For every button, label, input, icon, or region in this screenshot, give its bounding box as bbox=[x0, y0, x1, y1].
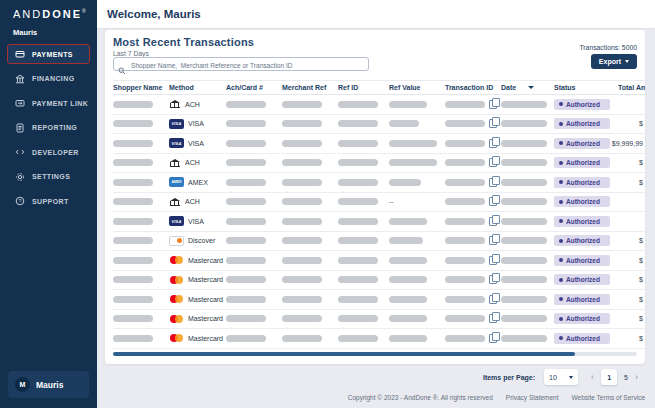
ref-id-redacted bbox=[338, 237, 378, 244]
merchant-ref-redacted bbox=[282, 120, 322, 127]
sidebar-item-support[interactable]: ? SUPPORT bbox=[7, 191, 90, 211]
table-row[interactable]: ACH Authorized $ bbox=[113, 154, 645, 174]
table-row[interactable]: ACH -- Authorized bbox=[113, 193, 645, 213]
page-button-5[interactable]: 5 bbox=[624, 374, 628, 381]
shopper-name-redacted bbox=[113, 296, 153, 303]
table-scroll-area: Shopper Name Method Ach/Card # Merchant … bbox=[113, 80, 645, 350]
transaction-id-redacted bbox=[445, 237, 485, 244]
copy-icon[interactable] bbox=[489, 197, 497, 206]
ref-id-redacted bbox=[338, 296, 378, 303]
sort-desc-icon[interactable] bbox=[528, 86, 534, 89]
shopper-name-redacted bbox=[113, 257, 153, 264]
date-redacted bbox=[501, 101, 547, 108]
reporting-document-icon bbox=[14, 122, 25, 133]
sidebar-item-settings[interactable]: SETTINGS bbox=[7, 167, 90, 187]
search-input[interactable] bbox=[129, 58, 366, 72]
page-button-1[interactable]: 1 bbox=[601, 369, 617, 385]
sidebar-item-payment-link[interactable]: PAYMENT LINK bbox=[7, 93, 90, 113]
table-row[interactable]: VISA Authorized $ bbox=[113, 115, 645, 135]
copy-icon[interactable] bbox=[489, 217, 497, 226]
copy-icon[interactable] bbox=[489, 236, 497, 245]
copy-icon[interactable] bbox=[489, 314, 497, 323]
transaction-id-redacted bbox=[445, 159, 485, 166]
table-row[interactable]: VISA Authorized bbox=[113, 212, 645, 232]
transaction-id-redacted bbox=[445, 198, 485, 205]
copy-icon[interactable] bbox=[489, 334, 497, 343]
transaction-id-redacted bbox=[445, 179, 485, 186]
table-row[interactable]: Mastercard Authorized $ bbox=[113, 290, 645, 310]
horizontal-scrollbar-thumb[interactable] bbox=[113, 352, 575, 356]
export-button[interactable]: Export bbox=[591, 54, 637, 69]
table-row[interactable]: VISA Authorized $9,999,99 bbox=[113, 134, 645, 154]
copy-icon[interactable] bbox=[489, 178, 497, 187]
ref-value-redacted bbox=[389, 218, 427, 225]
ref-value-redacted bbox=[389, 315, 427, 322]
table-row[interactable]: Mastercard Authorized $ bbox=[113, 251, 645, 271]
panel-title: Most Recent Transactions bbox=[113, 36, 254, 48]
copy-icon[interactable] bbox=[489, 100, 497, 109]
sidebar-profile[interactable]: M Mauris bbox=[8, 371, 89, 398]
financing-bank-icon bbox=[14, 73, 25, 84]
payment-method-icon bbox=[169, 275, 184, 285]
ach-card-number-redacted bbox=[226, 179, 266, 186]
table-row[interactable]: AMEX Authorized $ bbox=[113, 173, 645, 193]
table-row[interactable]: ACH Authorized bbox=[113, 95, 645, 115]
copy-icon[interactable] bbox=[489, 256, 497, 265]
payment-method-icon bbox=[169, 255, 184, 265]
table-row[interactable]: Mastercard Authorized $ bbox=[113, 310, 645, 330]
ref-value-redacted bbox=[389, 257, 427, 264]
copy-icon[interactable] bbox=[489, 119, 497, 128]
copy-icon[interactable] bbox=[489, 275, 497, 284]
payment-method-icon bbox=[169, 314, 184, 324]
items-per-page-label: Items per Page: bbox=[483, 374, 535, 381]
previous-page-button[interactable]: ‹ bbox=[591, 373, 594, 382]
copy-icon[interactable] bbox=[489, 158, 497, 167]
status-badge: Authorized bbox=[554, 157, 610, 168]
status-badge: Authorized bbox=[554, 313, 610, 324]
table-row[interactable]: Mastercard Authorized $ bbox=[113, 271, 645, 291]
anddone-logo: ANDDONE® bbox=[13, 8, 86, 20]
ref-value-redacted bbox=[389, 179, 421, 186]
column-header-date[interactable]: Date bbox=[501, 84, 554, 91]
ach-card-number-redacted bbox=[226, 198, 266, 205]
column-header-ref-value: Ref Value bbox=[389, 84, 445, 91]
payment-method-label: ACH bbox=[185, 198, 200, 205]
terms-of-service-link[interactable]: Website Terms of Service bbox=[572, 394, 645, 401]
date-redacted bbox=[501, 237, 547, 244]
ref-id-redacted bbox=[338, 120, 378, 127]
shopper-name-redacted bbox=[113, 198, 153, 205]
status-label: Authorized bbox=[566, 335, 600, 342]
sidebar-item-financing[interactable]: FINANCING bbox=[7, 69, 90, 89]
items-per-page-select[interactable]: 10 bbox=[544, 369, 578, 385]
column-header-ref-id: Ref ID bbox=[338, 84, 389, 91]
status-badge: Authorized bbox=[554, 294, 610, 305]
sidebar-item-payments[interactable]: PAYMENTS bbox=[7, 44, 90, 64]
horizontal-scrollbar[interactable] bbox=[113, 352, 637, 356]
date-redacted bbox=[501, 179, 547, 186]
status-dot-icon bbox=[559, 219, 563, 223]
ach-card-number-redacted bbox=[226, 218, 266, 225]
privacy-statement-link[interactable]: Privacy Statement bbox=[506, 394, 559, 401]
status-dot-icon bbox=[559, 317, 563, 321]
date-redacted bbox=[501, 198, 547, 205]
ref-value-redacted bbox=[389, 120, 419, 127]
ach-card-number-redacted bbox=[226, 296, 266, 303]
copy-icon[interactable] bbox=[489, 295, 497, 304]
sidebar-item-developer[interactable]: DEVELOPER bbox=[7, 142, 90, 162]
copy-icon[interactable] bbox=[489, 139, 497, 148]
table-row[interactable]: Discover Authorized $ bbox=[113, 232, 645, 252]
support-help-icon: ? bbox=[14, 196, 25, 207]
status-badge: Authorized bbox=[554, 177, 610, 188]
merchant-ref-redacted bbox=[282, 335, 322, 342]
sidebar-item-reporting[interactable]: REPORTING bbox=[7, 118, 90, 138]
payment-method-icon bbox=[169, 177, 184, 187]
total-amount-cell: $ bbox=[618, 315, 645, 322]
sidebar-item-label: DEVELOPER bbox=[32, 149, 79, 156]
table-row[interactable]: Mastercard Authorized $ bbox=[113, 329, 645, 349]
ref-value-redacted bbox=[389, 237, 423, 244]
developer-code-icon bbox=[14, 147, 25, 158]
payment-method-label: Mastercard bbox=[188, 296, 223, 303]
ach-card-number-redacted bbox=[226, 237, 266, 244]
next-page-button[interactable]: › bbox=[635, 373, 638, 382]
sidebar-item-label: REPORTING bbox=[32, 124, 77, 131]
